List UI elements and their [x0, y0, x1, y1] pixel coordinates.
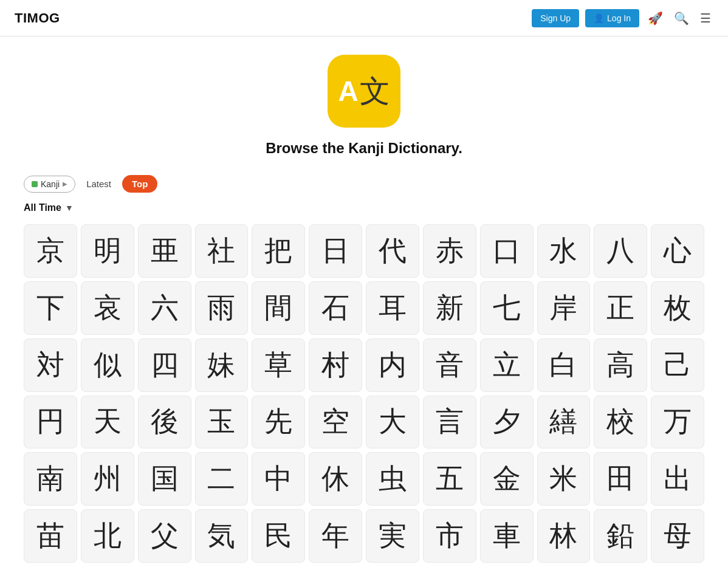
kanji-cell[interactable]: 内 [366, 338, 419, 392]
kanji-cell[interactable]: 言 [423, 396, 476, 449]
kanji-cell[interactable]: 日 [309, 224, 362, 278]
logo: TIMOG [15, 10, 60, 26]
kanji-cell[interactable]: 白 [537, 338, 591, 392]
kanji-cell[interactable]: 夕 [480, 396, 534, 449]
kanji-cell[interactable]: 赤 [423, 224, 476, 278]
filter-arrow-icon: ▼ [65, 203, 74, 213]
kanji-cell[interactable]: 己 [651, 338, 704, 392]
kanji-cell[interactable]: 年 [309, 509, 362, 563]
kanji-cell[interactable]: 高 [594, 338, 647, 392]
kanji-cell[interactable]: 出 [651, 452, 704, 506]
kanji-cell[interactable]: 万 [651, 396, 704, 449]
main-content: A 文 Browse the Kanji Dictionary. Kanji ▶… [12, 36, 716, 581]
kanji-cell[interactable]: 心 [651, 224, 704, 278]
kanji-cell[interactable]: 下 [24, 281, 77, 335]
kanji-cell[interactable]: 校 [594, 396, 647, 449]
kanji-cell[interactable]: 後 [138, 396, 191, 449]
kanji-cell[interactable]: 林 [537, 509, 591, 563]
app-icon-a-letter: A [338, 75, 358, 108]
kanji-cell[interactable]: 鉛 [594, 509, 647, 563]
kanji-cell[interactable]: 車 [480, 509, 534, 563]
kanji-cell[interactable]: 母 [651, 509, 704, 563]
kanji-cell[interactable]: 空 [309, 396, 362, 449]
kanji-cell[interactable]: 亜 [138, 224, 191, 278]
all-time-filter-button[interactable]: All Time ▼ [24, 202, 74, 213]
kanji-cell[interactable]: 村 [309, 338, 362, 392]
kanji-arrow-icon: ▶ [63, 180, 67, 187]
kanji-cell[interactable]: 民 [252, 509, 305, 563]
kanji-cell[interactable]: 把 [252, 224, 305, 278]
menu-icon[interactable]: ☰ [698, 9, 713, 28]
kanji-cell[interactable]: 実 [366, 509, 419, 563]
kanji-cell[interactable]: 南 [24, 452, 77, 506]
kanji-cell[interactable]: 大 [366, 396, 419, 449]
tabs-row: Kanji ▶ Latest Top [24, 175, 704, 193]
kanji-cell[interactable]: 新 [423, 281, 476, 335]
tab-latest[interactable]: Latest [80, 176, 117, 192]
kanji-cell[interactable]: 四 [138, 338, 191, 392]
kanji-cell[interactable]: 明 [81, 224, 134, 278]
kanji-cell[interactable]: 玉 [195, 396, 249, 449]
kanji-cell[interactable]: 岸 [537, 281, 591, 335]
filter-label: All Time [24, 202, 61, 213]
kanji-cell[interactable]: 耳 [366, 281, 419, 335]
kanji-cell[interactable]: 哀 [81, 281, 134, 335]
kanji-grid: 京明亜社把日代赤口水八心下哀六雨間石耳新七岸正枚対似四妹草村内音立白高己円天後玉… [24, 224, 704, 563]
kanji-cell[interactable]: 天 [81, 396, 134, 449]
signup-button[interactable]: Sign Up [532, 9, 579, 27]
kanji-cell[interactable]: 田 [594, 452, 647, 506]
kanji-cell[interactable]: 国 [138, 452, 191, 506]
kanji-cell[interactable]: 正 [594, 281, 647, 335]
kanji-cell[interactable]: 草 [252, 338, 305, 392]
kanji-cell[interactable]: 二 [195, 452, 249, 506]
kanji-cell[interactable]: 北 [81, 509, 134, 563]
kanji-cell[interactable]: 先 [252, 396, 305, 449]
kanji-cell[interactable]: 苗 [24, 509, 77, 563]
kanji-cell[interactable]: 石 [309, 281, 362, 335]
kanji-cell[interactable]: 虫 [366, 452, 419, 506]
kanji-cell[interactable]: 似 [81, 338, 134, 392]
user-icon: 👤 [594, 13, 604, 23]
kanji-dot-icon [32, 181, 38, 187]
kanji-cell[interactable]: 間 [252, 281, 305, 335]
notification-icon[interactable]: 🚀 [645, 9, 665, 28]
app-icon-kanji-char: 文 [360, 71, 390, 112]
hero-title: Browse the Kanji Dictionary. [266, 140, 462, 157]
kanji-cell[interactable]: 繕 [537, 396, 591, 449]
kanji-cell[interactable]: 五 [423, 452, 476, 506]
tab-kanji[interactable]: Kanji ▶ [24, 176, 75, 193]
kanji-cell[interactable]: 父 [138, 509, 191, 563]
kanji-cell[interactable]: 市 [423, 509, 476, 563]
kanji-cell[interactable]: 金 [480, 452, 534, 506]
kanji-cell[interactable]: 音 [423, 338, 476, 392]
kanji-cell[interactable]: 中 [252, 452, 305, 506]
tab-top[interactable]: Top [122, 175, 157, 193]
kanji-cell[interactable]: 立 [480, 338, 534, 392]
kanji-cell[interactable]: 休 [309, 452, 362, 506]
header: TIMOG Sign Up 👤 Log In 🚀 🔍 ☰ [0, 0, 728, 36]
kanji-cell[interactable]: 八 [594, 224, 647, 278]
kanji-cell[interactable]: 米 [537, 452, 591, 506]
header-actions: Sign Up 👤 Log In 🚀 🔍 ☰ [532, 9, 713, 28]
filter-row: All Time ▼ [24, 202, 704, 213]
kanji-cell[interactable]: 代 [366, 224, 419, 278]
kanji-cell[interactable]: 六 [138, 281, 191, 335]
kanji-cell[interactable]: 円 [24, 396, 77, 449]
kanji-cell[interactable]: 社 [195, 224, 249, 278]
kanji-cell[interactable]: 州 [81, 452, 134, 506]
login-button[interactable]: 👤 Log In [585, 9, 639, 27]
search-icon[interactable]: 🔍 [671, 9, 692, 28]
kanji-cell[interactable]: 京 [24, 224, 77, 278]
kanji-cell[interactable]: 枚 [651, 281, 704, 335]
kanji-cell[interactable]: 対 [24, 338, 77, 392]
kanji-cell[interactable]: 口 [480, 224, 534, 278]
kanji-cell[interactable]: 雨 [195, 281, 249, 335]
hero-section: A 文 Browse the Kanji Dictionary. [24, 55, 704, 157]
kanji-tab-label: Kanji [41, 179, 60, 189]
kanji-cell[interactable]: 気 [195, 509, 249, 563]
kanji-cell[interactable]: 妹 [195, 338, 249, 392]
app-icon: A 文 [328, 55, 400, 128]
kanji-cell[interactable]: 水 [537, 224, 591, 278]
kanji-cell[interactable]: 七 [480, 281, 534, 335]
